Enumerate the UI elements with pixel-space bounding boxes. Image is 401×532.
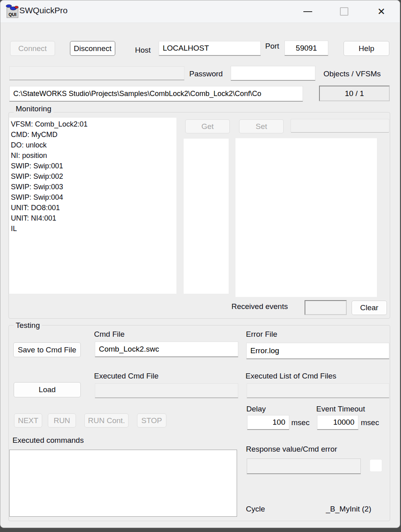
list-item[interactable]: NI: position — [11, 150, 176, 161]
list-item[interactable]: UNIT: NI4:001 — [11, 213, 176, 223]
list-item[interactable]: DO: unlock — [11, 140, 176, 150]
list-item[interactable]: UNIT: DO8:001 — [11, 203, 176, 213]
run-button[interactable]: RUN — [48, 413, 76, 428]
clear-button[interactable]: Clear — [352, 301, 387, 315]
list-item[interactable]: SWIP: Swip:002 — [11, 171, 176, 182]
load-button[interactable]: Load — [14, 382, 81, 397]
minimize-button[interactable] — [298, 0, 317, 23]
cycle-value: _B_MyInit (2) — [326, 505, 371, 514]
error-file-input[interactable]: Error.log — [246, 343, 389, 359]
next-button[interactable]: NEXT — [14, 413, 42, 428]
executed-commands-label: Executed commands — [12, 436, 84, 445]
app-window: QUI SWQuickPro ✕ Connect Disconnect Host… — [0, 0, 400, 528]
response-label: Response value/Cmd error — [246, 445, 337, 454]
executed-cmd-file-field — [95, 383, 238, 398]
objects-vfsms-label: Objects / VFSMs — [323, 70, 381, 78]
list-item[interactable]: SWIP: Swip:003 — [11, 182, 176, 192]
cmd-file-input[interactable]: Comb_Lock2.swc — [95, 342, 238, 357]
config-path-field[interactable]: C:\StateWORKS Studio\Projects\Samples\Co… — [9, 86, 303, 102]
cycle-label: Cycle — [246, 505, 265, 514]
stop-button[interactable]: STOP — [137, 413, 166, 428]
testing-group-label: Testing — [14, 321, 42, 330]
help-button[interactable]: Help — [344, 41, 389, 56]
password-label: Password — [189, 70, 223, 78]
host-input[interactable]: LOCALHOST — [159, 41, 261, 56]
delay-input[interactable]: 100 — [247, 415, 289, 430]
executed-list-field — [247, 383, 389, 398]
received-events-field — [305, 300, 347, 315]
host-label: Host — [135, 46, 151, 55]
list-item[interactable]: SWIP: Swip:001 — [11, 161, 176, 171]
cmd-file-label: Cmd File — [94, 330, 125, 339]
delay-unit-label: msec — [291, 418, 309, 427]
monitoring-object-list[interactable]: VFSM: Comb_Lock2:01CMD: MyCMDDO: unlockN… — [9, 118, 176, 294]
titlebar: QUI SWQuickPro ✕ — [0, 0, 400, 23]
close-icon: ✕ — [377, 7, 385, 16]
received-events-label: Received events — [231, 302, 288, 311]
save-to-cmd-file-button[interactable]: Save to Cmd File — [13, 342, 81, 357]
password-input[interactable] — [231, 66, 315, 81]
monitor-output-panel[interactable] — [235, 138, 377, 297]
run-cont-button[interactable]: RUN Cont. — [84, 413, 129, 428]
app-icon: QUI — [5, 4, 19, 18]
attribute-list[interactable] — [184, 139, 229, 294]
disconnect-button[interactable]: Disconnect — [70, 41, 115, 56]
objects-vfsms-counter: 10 / 1 — [319, 86, 390, 101]
response-indicator — [370, 460, 382, 471]
connect-button[interactable]: Connect — [10, 41, 55, 56]
connection-status-field — [9, 66, 184, 80]
maximize-button[interactable] — [334, 0, 354, 23]
list-item[interactable]: IL — [11, 223, 176, 234]
response-field — [247, 458, 361, 474]
icon-text: QUI — [8, 12, 16, 17]
monitoring-group-label: Monitoring — [14, 104, 53, 113]
window-title: SWQuickPro — [19, 6, 68, 15]
executed-list-label: Executed List of Cmd Files — [246, 372, 336, 381]
close-button[interactable]: ✕ — [372, 0, 391, 23]
list-item[interactable]: VFSM: Comb_Lock2:01 — [11, 119, 176, 129]
list-item[interactable]: SWIP: Swip:004 — [11, 192, 176, 203]
event-timeout-label: Event Timeout — [316, 405, 365, 413]
port-input[interactable]: 59091 — [284, 41, 328, 56]
list-item[interactable]: CMD: MyCMD — [11, 129, 176, 140]
maximize-icon — [340, 7, 348, 16]
executed-cmd-file-label: Executed Cmd File — [94, 372, 159, 381]
delay-label: Delay — [246, 405, 266, 413]
port-label: Port — [265, 42, 279, 51]
get-button[interactable]: Get — [185, 119, 230, 133]
event-timeout-unit-label: msec — [361, 418, 379, 427]
error-file-label: Error File — [246, 330, 277, 339]
set-button[interactable]: Set — [239, 119, 284, 133]
event-timeout-input[interactable]: 10000 — [317, 415, 358, 430]
minimize-icon — [303, 11, 312, 12]
executed-commands-area[interactable] — [9, 450, 237, 517]
value-field[interactable] — [291, 119, 389, 133]
